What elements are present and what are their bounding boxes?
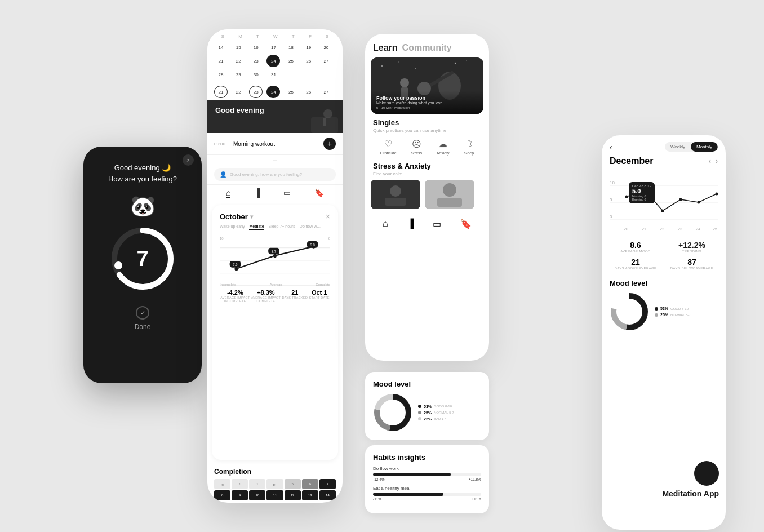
svg-text:24: 24	[696, 227, 700, 231]
nav-home-icon[interactable]: ⌂	[226, 188, 230, 198]
week-26[interactable]: 26	[302, 86, 316, 98]
tab-flow[interactable]: Do flow w…	[300, 224, 321, 230]
cal-16[interactable]: 16	[249, 41, 263, 54]
month-prev-button[interactable]: ‹	[709, 157, 711, 165]
single-anxiety[interactable]: ☁ Anxiety	[437, 139, 450, 155]
legend-good: 53% GOOD 8-10	[418, 405, 454, 409]
cal-17[interactable]: 17	[266, 41, 280, 54]
svg-point-44	[625, 196, 628, 198]
comp-5[interactable]: 5	[285, 479, 301, 489]
mood-card-title: Mood level	[373, 380, 481, 388]
svg-text:9.8: 9.8	[310, 243, 316, 247]
cal-29[interactable]: 29	[232, 68, 245, 81]
comp-7[interactable]: 7	[319, 479, 336, 489]
stats-mood-level: Mood level 53% GOOD 8-10	[602, 274, 726, 336]
svg-text:22: 22	[660, 227, 664, 231]
tab-wakeup[interactable]: Wake up early	[220, 224, 245, 230]
cal-22[interactable]: 22	[232, 55, 245, 67]
stat-days-tracked: 21 DAYS TRACKED	[282, 289, 308, 303]
learn-tab-community[interactable]: Community	[402, 43, 452, 53]
habit-bar-2	[373, 493, 443, 496]
cal-30[interactable]: 30	[249, 68, 263, 81]
calendar-header: SMTWTFS	[214, 34, 336, 39]
month-navigation: ‹ ›	[709, 157, 718, 165]
main-bottom-nav: ⌂ ▐ ▭ 🔖	[207, 184, 343, 202]
comp-8[interactable]: 8	[214, 490, 230, 500]
week-23[interactable]: 23	[249, 86, 263, 98]
stress-image-1[interactable]	[371, 180, 420, 209]
chat-placeholder: Good evening, how are you feeling?	[230, 172, 330, 177]
week-22[interactable]: 22	[232, 86, 245, 98]
nav-stats-icon[interactable]: ▐	[254, 188, 260, 198]
chat-input[interactable]: 👤 Good evening, how are you feeling?	[214, 168, 336, 181]
cal-18[interactable]: 18	[285, 41, 298, 54]
cal-31[interactable]: 31	[266, 68, 280, 81]
comp-1b[interactable]: 1	[249, 479, 265, 489]
panda-emoji: 🐼	[130, 194, 156, 218]
comp-next[interactable]: ▶	[266, 479, 283, 489]
cal-28[interactable]: 28	[214, 68, 228, 81]
learn-nav-home[interactable]: ⌂	[383, 219, 388, 229]
comp-10[interactable]: 10	[249, 490, 265, 500]
svg-text:10: 10	[610, 180, 615, 185]
stress-image-2[interactable]	[425, 180, 474, 209]
cal-19[interactable]: 19	[302, 41, 316, 54]
hero-subtitle: Make sure you're doing what you love	[376, 101, 478, 105]
branding: Meditation App	[662, 461, 719, 498]
tab-sleep[interactable]: Sleep 7+ hours	[269, 224, 295, 230]
week-24[interactable]: 24	[266, 86, 280, 98]
learn-tab-learn[interactable]: Learn	[373, 43, 398, 53]
comp-12[interactable]: 12	[285, 490, 301, 500]
close-button[interactable]: ×	[183, 154, 194, 166]
svg-point-47	[679, 198, 682, 201]
month-next-button[interactable]: ›	[716, 157, 718, 165]
cal-27[interactable]: 27	[319, 55, 333, 67]
comp-9[interactable]: 9	[232, 490, 248, 500]
cal-25[interactable]: 25	[285, 55, 298, 67]
cal-15[interactable]: 15	[232, 41, 245, 54]
week-27[interactable]: 27	[319, 86, 333, 98]
week-21[interactable]: 21	[214, 86, 228, 98]
single-sleep[interactable]: ☽ Sleep	[464, 139, 474, 155]
october-tabs: Wake up early Mediate Sleep 7+ hours Do …	[220, 224, 330, 233]
habits-title: Habits insights	[373, 453, 481, 462]
comp-1[interactable]: 1	[232, 479, 248, 489]
comp-6[interactable]: 6	[302, 479, 318, 489]
learn-nav-list[interactable]: ▭	[433, 219, 441, 229]
cal-empty2	[302, 68, 316, 81]
learn-hero[interactable]: Follow your passion Make sure you're doi…	[371, 57, 483, 114]
cal-24-today[interactable]: 24	[266, 55, 280, 67]
nav-list-icon[interactable]: ▭	[283, 188, 291, 198]
chart-tooltip: Dec 22,2019 5.0 Morning 6 Evening 6	[629, 182, 655, 203]
add-button[interactable]: +	[323, 138, 336, 150]
stats-mood-legend: 53% GOOD 8-10 25% NORMAL 5-7	[655, 307, 691, 317]
week-25[interactable]: 25	[285, 86, 298, 98]
svg-text:25: 25	[713, 227, 717, 231]
tab-meditate[interactable]: Mediate	[249, 224, 264, 230]
learn-nav-bookmark[interactable]: 🔖	[460, 219, 472, 229]
svg-point-4	[323, 109, 332, 118]
october-close[interactable]: ×	[326, 212, 330, 221]
cal-21[interactable]: 21	[214, 55, 228, 67]
single-gratitude[interactable]: ♡ Gratitude	[380, 139, 397, 155]
toggle-weekly[interactable]: Weekly	[665, 142, 691, 152]
comp-14[interactable]: 14	[319, 490, 336, 500]
toggle-monthly[interactable]: Monthly	[691, 142, 718, 152]
cal-14[interactable]: 14	[214, 41, 228, 54]
check-icon[interactable]: ✓	[136, 306, 149, 320]
cal-20[interactable]: 20	[319, 41, 333, 54]
cal-26[interactable]: 26	[302, 55, 316, 67]
stress-icon: ☹	[412, 139, 421, 149]
stat-days-above: 21 DAYS ABOVE AVERAGE	[610, 258, 661, 270]
cal-23[interactable]: 23	[249, 55, 263, 67]
svg-text:23: 23	[678, 227, 682, 231]
nav-bookmark-icon[interactable]: 🔖	[314, 188, 324, 198]
completion-row1: ◀ 1 1 ▶ 5 6 7	[214, 479, 336, 489]
stats-back-button[interactable]: ‹	[610, 143, 612, 152]
single-stress[interactable]: ☹ Stress	[411, 139, 422, 155]
comp-11[interactable]: 11	[266, 490, 283, 500]
learn-nav-stats[interactable]: ▐	[407, 219, 414, 229]
comp-prev[interactable]: ◀	[214, 479, 230, 489]
stress-sub: Find your calm	[365, 171, 489, 180]
comp-13[interactable]: 13	[302, 490, 318, 500]
